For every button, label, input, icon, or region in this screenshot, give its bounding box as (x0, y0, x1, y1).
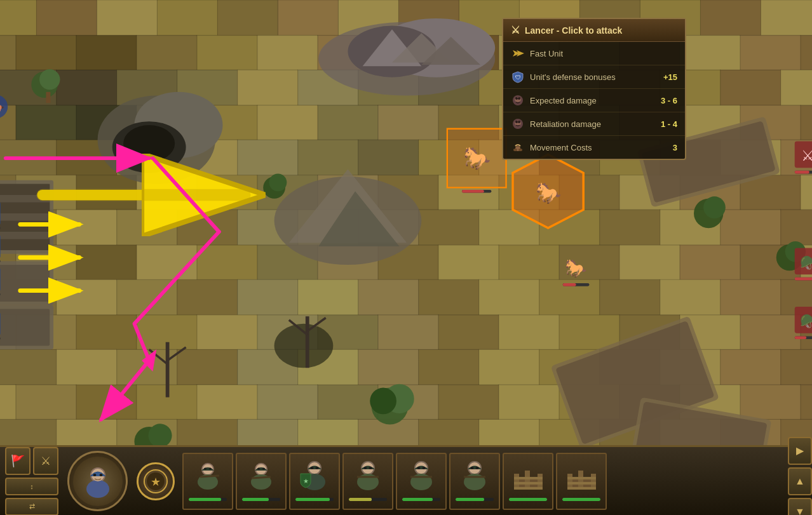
hero-portrait[interactable] (67, 451, 128, 511)
svg-rect-255 (0, 201, 1, 225)
unit-slot-3[interactable]: ★ (289, 453, 340, 510)
svg-text:🐎: 🐎 (565, 258, 587, 279)
unit-slot-1[interactable] (182, 453, 233, 510)
hud-medallion: ★ (137, 462, 175, 500)
svg-point-331 (204, 467, 206, 469)
damage-value: 3 - 6 (661, 96, 677, 105)
end-turn-label: ↕ (30, 483, 34, 490)
unit-tooltip: ⚔ Lancer - Click to attack Fast Unit 🛡 (502, 18, 686, 160)
svg-point-239 (149, 424, 172, 447)
svg-point-240 (274, 324, 334, 368)
svg-point-321 (86, 480, 109, 498)
svg-point-235 (703, 196, 726, 218)
unit-slot-8[interactable] (556, 453, 607, 510)
svg-rect-366 (525, 471, 530, 490)
svg-rect-370 (514, 487, 543, 490)
hud-right-controls: ▶ ▲ ▼ (783, 432, 812, 516)
svg-rect-368 (514, 477, 543, 479)
tooltip-row-fast-unit: Fast Unit (503, 42, 685, 65)
svg-rect-291 (795, 336, 807, 339)
svg-line-339 (252, 477, 271, 478)
tooltip-row-damage: Expected damage 3 - 6 (503, 89, 685, 112)
svg-rect-257 (0, 235, 1, 258)
svg-rect-222 (0, 265, 50, 302)
svg-point-233 (269, 173, 287, 191)
game-map[interactable]: 🏇 ⚔ 🪖 🪖 🪖 🪖 (0, 0, 812, 515)
end-turn-button[interactable]: ↕ (5, 478, 58, 495)
fast-unit-label: Fast Unit (530, 49, 677, 58)
svg-point-338 (262, 467, 265, 469)
svg-point-249 (370, 388, 396, 415)
svg-text:🐎: 🐎 (463, 145, 491, 171)
svg-point-230 (39, 69, 60, 90)
unit-health-1 (189, 498, 227, 501)
unit-figure-3: ★ (297, 458, 332, 497)
retaliation-icon (511, 117, 525, 131)
hud-units-container: ★ (180, 450, 783, 512)
scroll-down-button[interactable]: ▼ (788, 498, 812, 516)
settings-button[interactable]: ⇄ (5, 498, 58, 516)
movement-label: Movement Costs (530, 143, 668, 152)
unit-health-7 (509, 498, 547, 501)
svg-rect-369 (514, 482, 543, 485)
unit-slot-4[interactable] (342, 453, 393, 510)
svg-rect-220 (0, 239, 50, 250)
svg-rect-261 (0, 312, 1, 335)
svg-point-311 (515, 97, 518, 100)
tooltip-row-retaliation: Retaliation damage 1 - 4 (503, 112, 685, 136)
tooltip-row-movement: Movement Costs 3 (503, 136, 685, 159)
svg-rect-373 (578, 471, 583, 490)
unit-health-4 (349, 498, 387, 501)
svg-rect-224 (0, 309, 50, 346)
svg-rect-377 (567, 487, 596, 490)
retaliation-label: Retaliation damage (530, 119, 656, 129)
svg-point-323 (93, 474, 96, 476)
svg-point-349 (363, 467, 367, 469)
svg-rect-259 (0, 268, 1, 291)
sword-button[interactable]: ⚔ (33, 447, 58, 475)
svg-rect-216 (0, 203, 50, 213)
unit-slot-5[interactable] (396, 453, 447, 510)
svg-text:★: ★ (151, 476, 161, 488)
scroll-up-button[interactable]: ▲ (788, 467, 812, 495)
hero-image (73, 457, 123, 506)
settings-label: ⇄ (29, 502, 35, 511)
svg-text:🪖: 🪖 (800, 255, 812, 271)
movement-value: 3 (673, 143, 677, 152)
unit-health-2 (242, 498, 280, 501)
svg-text:🐎: 🐎 (536, 180, 562, 206)
svg-rect-287 (795, 278, 812, 281)
unit-figure-8 (564, 458, 599, 497)
game-canvas: 🏇 ⚔ 🪖 🪖 🪖 🪖 (0, 0, 812, 515)
svg-point-324 (99, 474, 102, 476)
tooltip-title: Lancer - Click to attack (525, 25, 622, 36)
svg-text:🏇: 🏇 (0, 98, 5, 115)
svg-rect-375 (567, 477, 596, 479)
svg-text:★: ★ (302, 478, 308, 485)
svg-rect-231 (46, 92, 50, 103)
retaliation-value: 1 - 4 (661, 119, 677, 129)
hud-left-controls: 🚩 ⚔ ↕ ⇄ (0, 442, 64, 516)
unit-health-6 (456, 498, 494, 501)
svg-point-343 (310, 467, 313, 469)
svg-point-316 (518, 121, 520, 123)
unit-figure-1 (191, 458, 226, 497)
unit-health-8 (562, 498, 600, 501)
svg-rect-219 (0, 232, 50, 239)
flag-button[interactable]: 🚩 (5, 447, 30, 475)
svg-rect-217 (0, 213, 50, 221)
scroll-right-button[interactable]: ▶ (788, 437, 812, 465)
unit-slot-7[interactable] (503, 453, 553, 510)
svg-point-362 (475, 467, 478, 469)
fast-unit-icon (511, 46, 525, 60)
svg-point-332 (209, 467, 212, 469)
svg-point-319 (518, 149, 522, 151)
damage-icon (511, 93, 525, 107)
svg-rect-294 (563, 283, 576, 286)
unit-slot-6[interactable] (449, 453, 500, 510)
svg-rect-278 (462, 190, 484, 193)
svg-point-361 (470, 467, 473, 469)
unit-slot-2[interactable] (236, 453, 287, 510)
tooltip-header[interactable]: ⚔ Lancer - Click to attack (503, 19, 685, 42)
unit-figure-7 (511, 458, 546, 497)
